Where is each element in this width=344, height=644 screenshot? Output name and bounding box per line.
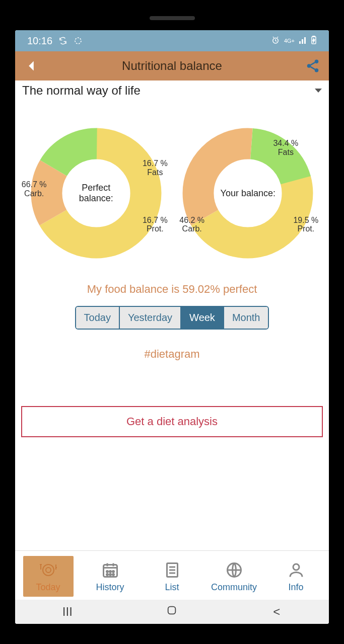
nav-label: Community	[211, 582, 257, 593]
prot-label: 16.7 %Prot.	[143, 216, 168, 233]
nav-history[interactable]: History	[85, 560, 135, 593]
dropdown-label: The normal way of life	[22, 84, 141, 98]
app-bar: Nutritional balance	[15, 51, 329, 80]
status-time: 10:16	[27, 35, 52, 47]
chart-center-label: Perfect balance:	[63, 183, 129, 204]
nav-list[interactable]: List	[147, 560, 197, 593]
carb-label: 66.7 %Carb.	[22, 180, 47, 198]
nav-label: Info	[288, 582, 303, 593]
get-diet-analysis-button[interactable]: Get a diet analysis	[21, 406, 323, 437]
battery-icon	[311, 36, 317, 46]
home-button[interactable]	[152, 605, 192, 619]
svg-point-24	[112, 574, 114, 576]
svg-rect-4	[304, 37, 306, 44]
tab-month[interactable]: Month	[224, 307, 268, 329]
alarm-icon	[271, 36, 280, 46]
carb-label: 46.2 %Carb.	[179, 216, 204, 233]
tab-today[interactable]: Today	[76, 307, 120, 329]
svg-point-23	[109, 574, 111, 576]
system-nav-bar: III <	[15, 600, 329, 624]
svg-point-21	[112, 571, 114, 573]
calendar-icon	[100, 560, 120, 580]
share-button[interactable]	[304, 57, 322, 75]
plate-icon	[38, 560, 58, 580]
back-button[interactable]	[22, 57, 40, 75]
svg-rect-3	[302, 39, 303, 44]
balance-summary: My food balance is 59.02% perfect	[15, 283, 329, 296]
svg-point-17	[46, 568, 51, 573]
lifestyle-dropdown[interactable]: The normal way of life	[15, 80, 329, 98]
svg-point-20	[109, 571, 111, 573]
nav-today[interactable]: Today	[23, 556, 74, 597]
svg-point-9	[315, 68, 319, 72]
list-icon	[162, 560, 182, 580]
prot-label: 19.5 %Prot.	[293, 216, 318, 233]
nav-info[interactable]: Info	[271, 560, 321, 593]
chart-center-label: Your balance:	[221, 188, 276, 199]
svg-point-0	[75, 38, 81, 44]
your-balance-chart: Your balance: 34.4 %Fats 46.2 %Carb. 19.…	[182, 128, 313, 259]
svg-rect-2	[299, 41, 301, 44]
svg-point-16	[43, 565, 54, 576]
svg-point-27	[293, 564, 299, 570]
perfect-balance-chart: Perfect balance: 16.7 %Fats 66.7 %Carb. …	[31, 128, 162, 259]
svg-rect-6	[313, 36, 315, 37]
svg-rect-28	[168, 607, 176, 614]
nav-label: History	[96, 582, 124, 593]
recent-apps-button[interactable]: III	[47, 605, 88, 619]
fats-label: 16.7 %Fats	[143, 159, 168, 177]
fats-label: 34.4 %Fats	[273, 139, 298, 156]
period-segmented-control: Today Yesterday Week Month	[75, 306, 269, 330]
globe-icon	[224, 560, 244, 580]
svg-point-22	[106, 574, 108, 576]
nav-label: List	[165, 582, 179, 593]
svg-point-7	[315, 60, 319, 64]
nav-label: Today	[36, 582, 60, 593]
status-bar: 10:16 4G+	[15, 30, 329, 51]
hashtag-label: #dietagram	[15, 348, 329, 361]
tab-yesterday[interactable]: Yesterday	[120, 307, 181, 329]
signal-icon	[299, 36, 307, 46]
chevron-down-icon	[315, 89, 322, 93]
sync-icon	[58, 36, 67, 45]
nav-community[interactable]: Community	[209, 560, 259, 593]
svg-point-8	[307, 64, 311, 68]
svg-point-19	[106, 571, 108, 573]
tab-week[interactable]: Week	[181, 307, 224, 329]
back-system-button[interactable]: <	[256, 605, 297, 619]
page-title: Nutritional balance	[122, 59, 222, 73]
loading-icon	[74, 36, 83, 45]
network-icon: 4G+	[284, 38, 295, 44]
bottom-nav: Today History List Community	[15, 550, 329, 600]
person-icon	[286, 560, 306, 580]
